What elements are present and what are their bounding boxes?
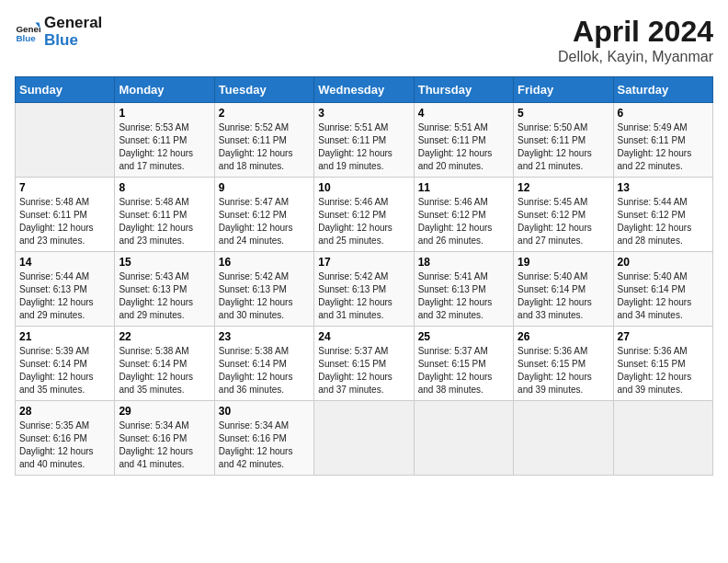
- header-cell-thursday: Thursday: [414, 77, 513, 103]
- day-cell: 23Sunrise: 5:38 AMSunset: 6:14 PMDayligh…: [214, 327, 313, 401]
- day-cell: 11Sunrise: 5:46 AMSunset: 6:12 PMDayligh…: [414, 178, 513, 252]
- day-info: Sunrise: 5:48 AMSunset: 6:11 PMDaylight:…: [19, 196, 110, 247]
- day-number: 28: [19, 405, 110, 418]
- header-cell-wednesday: Wednesday: [314, 77, 414, 103]
- day-number: 3: [318, 107, 409, 120]
- day-info: Sunrise: 5:48 AMSunset: 6:11 PMDaylight:…: [119, 196, 210, 247]
- day-info: Sunrise: 5:44 AMSunset: 6:13 PMDaylight:…: [19, 270, 110, 322]
- day-number: 18: [418, 256, 509, 269]
- day-info: Sunrise: 5:34 AMSunset: 6:16 PMDaylight:…: [119, 419, 210, 471]
- header-cell-monday: Monday: [115, 77, 214, 103]
- day-cell: [613, 401, 712, 476]
- day-cell: 3Sunrise: 5:51 AMSunset: 6:11 PMDaylight…: [314, 103, 414, 178]
- day-number: 7: [19, 181, 110, 194]
- header-cell-sunday: Sunday: [16, 77, 115, 103]
- day-info: Sunrise: 5:42 AMSunset: 6:13 PMDaylight:…: [219, 270, 310, 322]
- day-number: 27: [618, 330, 709, 343]
- logo: General Blue General Blue: [15, 15, 102, 49]
- day-number: 16: [219, 256, 310, 269]
- day-cell: 14Sunrise: 5:44 AMSunset: 6:13 PMDayligh…: [16, 252, 115, 327]
- day-info: Sunrise: 5:46 AMSunset: 6:12 PMDaylight:…: [318, 196, 409, 247]
- page-header: General Blue General Blue April 2024 Del…: [15, 15, 713, 65]
- day-cell: 17Sunrise: 5:42 AMSunset: 6:13 PMDayligh…: [314, 252, 414, 327]
- day-cell: 20Sunrise: 5:40 AMSunset: 6:14 PMDayligh…: [613, 252, 712, 327]
- day-number: 19: [518, 256, 609, 269]
- day-cell: 30Sunrise: 5:34 AMSunset: 6:16 PMDayligh…: [214, 401, 313, 476]
- day-info: Sunrise: 5:44 AMSunset: 6:12 PMDaylight:…: [618, 196, 709, 247]
- day-cell: 24Sunrise: 5:37 AMSunset: 6:15 PMDayligh…: [314, 327, 414, 401]
- day-info: Sunrise: 5:45 AMSunset: 6:12 PMDaylight:…: [518, 196, 609, 247]
- week-row-3: 14Sunrise: 5:44 AMSunset: 6:13 PMDayligh…: [16, 252, 713, 327]
- day-info: Sunrise: 5:38 AMSunset: 6:14 PMDaylight:…: [219, 345, 310, 396]
- day-cell: 19Sunrise: 5:40 AMSunset: 6:14 PMDayligh…: [514, 252, 613, 327]
- logo-icon: General Blue: [15, 19, 40, 45]
- day-cell: 16Sunrise: 5:42 AMSunset: 6:13 PMDayligh…: [214, 252, 313, 327]
- day-cell: 29Sunrise: 5:34 AMSunset: 6:16 PMDayligh…: [115, 401, 214, 476]
- day-number: 13: [618, 181, 709, 194]
- day-number: 25: [418, 330, 509, 343]
- day-cell: 25Sunrise: 5:37 AMSunset: 6:15 PMDayligh…: [414, 327, 513, 401]
- day-number: 6: [618, 107, 709, 120]
- day-number: 11: [418, 181, 509, 194]
- day-number: 12: [518, 181, 609, 194]
- day-info: Sunrise: 5:40 AMSunset: 6:14 PMDaylight:…: [518, 270, 609, 322]
- day-info: Sunrise: 5:41 AMSunset: 6:13 PMDaylight:…: [418, 270, 509, 322]
- day-info: Sunrise: 5:42 AMSunset: 6:13 PMDaylight:…: [318, 270, 409, 322]
- day-info: Sunrise: 5:40 AMSunset: 6:14 PMDaylight:…: [618, 270, 709, 322]
- day-info: Sunrise: 5:39 AMSunset: 6:14 PMDaylight:…: [19, 345, 110, 396]
- week-row-2: 7Sunrise: 5:48 AMSunset: 6:11 PMDaylight…: [16, 178, 713, 252]
- day-info: Sunrise: 5:53 AMSunset: 6:11 PMDaylight:…: [119, 121, 210, 173]
- day-info: Sunrise: 5:52 AMSunset: 6:11 PMDaylight:…: [219, 121, 310, 173]
- day-info: Sunrise: 5:38 AMSunset: 6:14 PMDaylight:…: [119, 345, 210, 396]
- day-number: 30: [219, 405, 310, 418]
- day-number: 22: [119, 330, 210, 343]
- day-cell: 18Sunrise: 5:41 AMSunset: 6:13 PMDayligh…: [414, 252, 513, 327]
- day-number: 21: [19, 330, 110, 343]
- day-cell: 7Sunrise: 5:48 AMSunset: 6:11 PMDaylight…: [16, 178, 115, 252]
- day-info: Sunrise: 5:50 AMSunset: 6:11 PMDaylight:…: [518, 121, 609, 173]
- day-cell: 4Sunrise: 5:51 AMSunset: 6:11 PMDaylight…: [414, 103, 513, 178]
- day-cell: 2Sunrise: 5:52 AMSunset: 6:11 PMDaylight…: [214, 103, 313, 178]
- day-number: 14: [19, 256, 110, 269]
- day-cell: 28Sunrise: 5:35 AMSunset: 6:16 PMDayligh…: [16, 401, 115, 476]
- day-cell: 6Sunrise: 5:49 AMSunset: 6:11 PMDaylight…: [613, 103, 712, 178]
- day-cell: 27Sunrise: 5:36 AMSunset: 6:15 PMDayligh…: [613, 327, 712, 401]
- day-cell: [314, 401, 414, 476]
- day-number: 4: [418, 107, 509, 120]
- header-row: SundayMondayTuesdayWednesdayThursdayFrid…: [16, 77, 713, 103]
- calendar-table: SundayMondayTuesdayWednesdayThursdayFrid…: [15, 76, 713, 476]
- day-cell: 13Sunrise: 5:44 AMSunset: 6:12 PMDayligh…: [613, 178, 712, 252]
- day-cell: 22Sunrise: 5:38 AMSunset: 6:14 PMDayligh…: [115, 327, 214, 401]
- logo-general: General: [44, 15, 102, 32]
- header-cell-saturday: Saturday: [613, 77, 712, 103]
- day-number: 10: [318, 181, 409, 194]
- title-block: April 2024 Dellok, Kayin, Myanmar: [558, 15, 713, 65]
- day-cell: 10Sunrise: 5:46 AMSunset: 6:12 PMDayligh…: [314, 178, 414, 252]
- day-number: 9: [219, 181, 310, 194]
- day-info: Sunrise: 5:51 AMSunset: 6:11 PMDaylight:…: [418, 121, 509, 173]
- page-title: April 2024: [558, 15, 713, 49]
- day-number: 15: [119, 256, 210, 269]
- day-cell: 12Sunrise: 5:45 AMSunset: 6:12 PMDayligh…: [514, 178, 613, 252]
- day-info: Sunrise: 5:36 AMSunset: 6:15 PMDaylight:…: [518, 345, 609, 396]
- day-info: Sunrise: 5:34 AMSunset: 6:16 PMDaylight:…: [219, 419, 310, 471]
- day-info: Sunrise: 5:37 AMSunset: 6:15 PMDaylight:…: [418, 345, 509, 396]
- day-info: Sunrise: 5:37 AMSunset: 6:15 PMDaylight:…: [318, 345, 409, 396]
- day-number: 1: [119, 107, 210, 120]
- day-cell: 9Sunrise: 5:47 AMSunset: 6:12 PMDaylight…: [214, 178, 313, 252]
- day-info: Sunrise: 5:47 AMSunset: 6:12 PMDaylight:…: [219, 196, 310, 247]
- day-number: 26: [518, 330, 609, 343]
- day-info: Sunrise: 5:35 AMSunset: 6:16 PMDaylight:…: [19, 419, 110, 471]
- day-info: Sunrise: 5:36 AMSunset: 6:15 PMDaylight:…: [618, 345, 709, 396]
- day-number: 8: [119, 181, 210, 194]
- page-subtitle: Dellok, Kayin, Myanmar: [558, 49, 713, 65]
- calendar-header: SundayMondayTuesdayWednesdayThursdayFrid…: [16, 77, 713, 103]
- header-cell-tuesday: Tuesday: [214, 77, 313, 103]
- day-info: Sunrise: 5:43 AMSunset: 6:13 PMDaylight:…: [119, 270, 210, 322]
- day-number: 20: [618, 256, 709, 269]
- day-info: Sunrise: 5:46 AMSunset: 6:12 PMDaylight:…: [418, 196, 509, 247]
- week-row-1: 1Sunrise: 5:53 AMSunset: 6:11 PMDaylight…: [16, 103, 713, 178]
- day-info: Sunrise: 5:51 AMSunset: 6:11 PMDaylight:…: [318, 121, 409, 173]
- day-cell: 5Sunrise: 5:50 AMSunset: 6:11 PMDaylight…: [514, 103, 613, 178]
- day-cell: [514, 401, 613, 476]
